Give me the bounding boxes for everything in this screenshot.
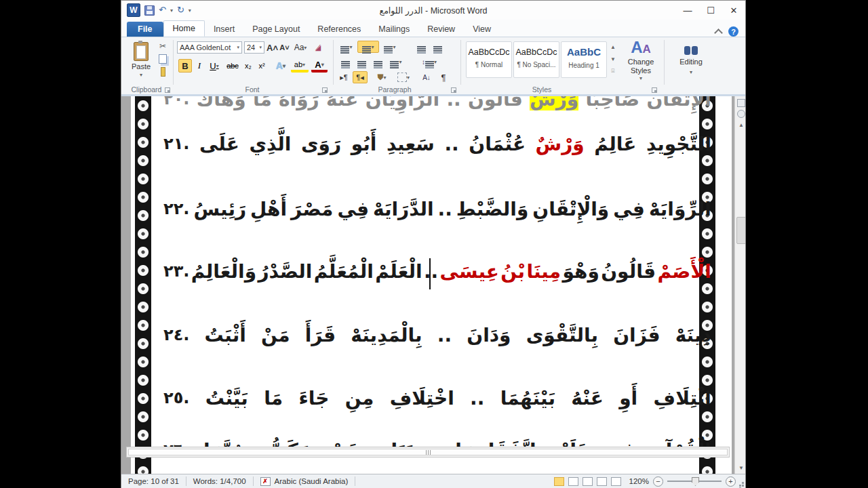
print-layout-view-button[interactable] (554, 477, 564, 486)
verse-word: مَصْرَ (291, 198, 333, 220)
sort-button[interactable]: A↓ (418, 71, 435, 83)
word-count[interactable]: Words: 1/4,700 (186, 476, 254, 486)
justify-button[interactable]: ▾ (387, 56, 405, 67)
zoom-slider-thumb[interactable] (692, 477, 699, 486)
subscript-button[interactable]: x₂ (242, 59, 254, 73)
verse-word: عَالِمُ (594, 133, 636, 155)
tab-page-layout[interactable]: Page Layout (243, 22, 309, 37)
style-heading1[interactable]: AaBbC Heading 1 (561, 41, 607, 78)
underline-button[interactable]: U▾ (206, 59, 222, 73)
tab-references[interactable]: References (309, 22, 370, 37)
page-indicator[interactable]: Page: 10 of 31 (121, 476, 186, 486)
borders-button[interactable]: ▾ (394, 71, 413, 83)
ltr-direction-button[interactable]: ▸¶ (337, 71, 351, 83)
view-ruler-button[interactable] (737, 99, 745, 107)
document-page[interactable]: ٢٠.وَهَاكَمَارَوَاهُعَنْهُالرَّاوِيَانْ.… (131, 96, 732, 474)
align-center-button[interactable] (355, 56, 368, 67)
align-left-button[interactable] (338, 56, 352, 67)
clear-formatting-button[interactable]: ◢̸ (311, 41, 325, 54)
shrink-font-button[interactable]: A˅ (279, 41, 290, 54)
zoom-level[interactable]: 120% (629, 477, 649, 485)
format-painter-button[interactable] (157, 67, 169, 77)
tab-insert[interactable]: Insert (205, 22, 243, 37)
bullets-button[interactable]: ▾ (338, 41, 355, 52)
font-size-combo[interactable]: 24▾ (244, 41, 264, 54)
font-color-button[interactable]: A▾ (311, 59, 328, 73)
verse-row: ٢٣.وَالْعَالِمُالصَّدْرُالْمُعَلَّمُالْع… (163, 244, 711, 298)
tab-home[interactable]: Home (163, 20, 205, 37)
paste-button[interactable]: Paste ▾ (127, 40, 155, 79)
pan-hand-icon[interactable] (737, 110, 745, 118)
align-right-button[interactable] (371, 56, 384, 67)
style-no-spacing[interactable]: AaBbCcDc ¶ No Spaci... (513, 41, 559, 78)
styles-scroll-up[interactable]: ▲ (608, 41, 618, 52)
proofing-status[interactable]: ✗ Arabic (Saudi Arabia) (254, 476, 356, 486)
cut-button[interactable]: ✂ (157, 41, 169, 51)
verse-word: التَّجْوِيدِ (646, 133, 711, 155)
qat-customize-icon[interactable]: ▾ (189, 7, 191, 14)
fullscreen-reading-view-button[interactable] (568, 477, 578, 486)
scroll-up-arrow[interactable]: ▲ (737, 122, 745, 128)
verse-word: أَبُو (351, 133, 377, 155)
text-effects-button[interactable]: A▾ (273, 59, 288, 73)
shading-button[interactable]: ⛊▾ (372, 71, 391, 83)
change-styles-button[interactable]: AA Change Styles ▾ (623, 40, 658, 81)
copy-button[interactable] (157, 54, 169, 64)
line-spacing-button[interactable]: ↕▾ (420, 56, 439, 67)
minimize-button[interactable]: — (676, 1, 699, 19)
clipboard-dialog-launcher[interactable] (165, 87, 170, 93)
maximize-button[interactable]: ☐ (699, 1, 722, 19)
increase-indent-button[interactable] (431, 41, 444, 52)
zoom-out-button[interactable]: − (653, 476, 663, 487)
superscript-button[interactable]: x² (256, 59, 268, 73)
tab-file[interactable]: File (127, 22, 163, 37)
grow-font-button[interactable]: A˄ (267, 41, 278, 54)
decrease-indent-button[interactable] (414, 41, 428, 52)
scroll-down-arrow[interactable]: ▼ (737, 465, 745, 471)
draft-view-button[interactable] (611, 477, 621, 486)
tab-view[interactable]: View (464, 22, 500, 37)
word-logo-icon[interactable]: W (127, 3, 140, 17)
help-icon[interactable]: ? (728, 26, 738, 37)
show-marks-button[interactable]: ¶ (437, 71, 450, 83)
styles-more[interactable]: ⍗ (608, 66, 618, 77)
horizontal-scrollbar[interactable] (126, 447, 730, 458)
strikethrough-button[interactable]: abc (224, 59, 241, 73)
align-right-icon (374, 61, 382, 62)
zoom-in-button[interactable]: + (726, 476, 736, 487)
verse-word: الرَّاوِيَانْ (366, 96, 439, 110)
styles-dialog-launcher[interactable] (652, 87, 657, 93)
style-normal[interactable]: AaBbCcDc ¶ Normal (466, 41, 512, 78)
zoom-slider[interactable] (667, 481, 722, 482)
numbering-button[interactable]: ▾ (357, 41, 379, 53)
horizontal-scrollbar-thumb[interactable] (128, 449, 728, 455)
editing-group-button[interactable]: Editing ▾ (672, 41, 710, 79)
font-name-combo[interactable]: AAA GoldenLot▾ (177, 41, 242, 54)
rtl-direction-button[interactable]: ¶◂ (353, 71, 368, 83)
paste-icon (134, 42, 149, 61)
web-layout-view-button[interactable] (583, 477, 593, 486)
document-text[interactable]: ٢٠.وَهَاكَمَارَوَاهُعَنْهُالرَّاوِيَانْ.… (163, 96, 711, 447)
styles-scroll-down[interactable]: ▼ (608, 54, 618, 64)
save-icon[interactable] (144, 5, 155, 16)
outline-view-button[interactable] (597, 477, 607, 486)
highlight-color-button[interactable]: ab▾ (291, 59, 309, 73)
tab-mailings[interactable]: Mailings (370, 22, 418, 37)
italic-button[interactable]: I (194, 59, 205, 73)
vertical-scrollbar-thumb[interactable] (736, 217, 745, 244)
tab-review[interactable]: Review (418, 22, 464, 37)
collapse-ribbon-icon[interactable] (714, 28, 723, 37)
bold-button[interactable]: B (178, 59, 192, 73)
verse-word: وَهْوَ (562, 260, 599, 283)
paragraph-dialog-launcher[interactable] (451, 87, 456, 93)
close-button[interactable]: ✕ (722, 1, 745, 19)
undo-icon[interactable]: ↶ (159, 5, 166, 16)
align-left-icon (341, 61, 350, 62)
undo-dropdown-icon[interactable]: ▾ (170, 7, 173, 14)
resize-grip[interactable] (742, 485, 744, 487)
change-case-button[interactable]: Aa▾ (292, 41, 309, 54)
vertical-scrollbar[interactable]: ▲ ▼ (734, 96, 745, 474)
multilevel-list-button[interactable]: ▾ (382, 41, 398, 52)
redo-icon[interactable]: ↻ (177, 5, 184, 16)
font-dialog-launcher[interactable] (322, 87, 328, 93)
